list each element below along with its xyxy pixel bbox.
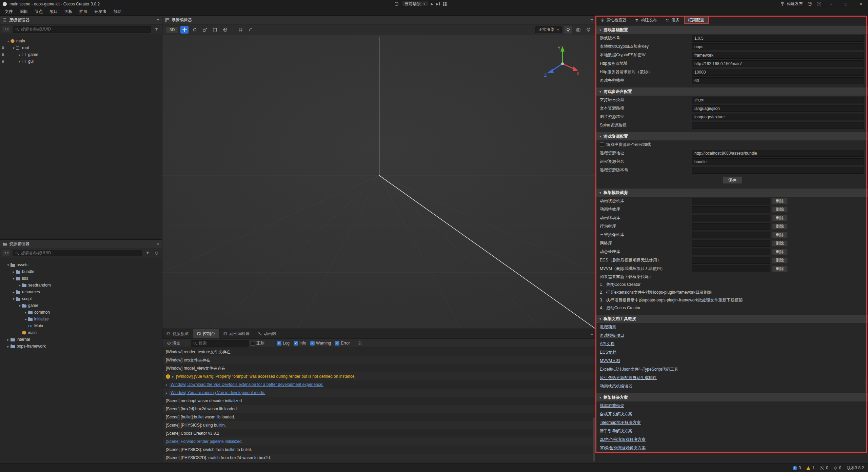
tree-node[interactable]: script — [0, 295, 162, 302]
expand-arrow[interactable] — [12, 270, 16, 274]
expand-arrow[interactable] — [18, 304, 22, 308]
log-row[interactable]: [Scene] [PHYSICS]: using builtin. — [162, 421, 596, 429]
save-button[interactable]: 保存 — [723, 176, 742, 184]
log-expand-arrow[interactable] — [172, 375, 174, 378]
rect-tool-button[interactable] — [211, 26, 219, 34]
module-input[interactable] — [692, 257, 770, 264]
remote-load-checkbox[interactable] — [600, 142, 604, 147]
expand-arrow[interactable] — [12, 297, 16, 301]
delete-button[interactable]: 删除 — [772, 223, 788, 230]
lock-icon[interactable] — [1, 59, 5, 63]
expand-arrow[interactable] — [6, 338, 10, 341]
expand-arrow[interactable] — [18, 60, 22, 63]
clear-console-button[interactable]: 清空 — [165, 340, 182, 346]
expand-arrow[interactable] — [18, 283, 22, 287]
axis-gizmo[interactable]: Y X Z — [541, 41, 582, 82]
tree-node[interactable]: internal — [0, 336, 162, 343]
property-input[interactable]: language/texture — [692, 114, 864, 120]
scene-menu-icon[interactable]: ≡ — [590, 18, 593, 23]
tab-framework-config[interactable]: 框架配置 — [684, 16, 709, 24]
section-header-modules[interactable]: 框架模块裁剪 — [596, 189, 868, 197]
menu-item[interactable]: 扩展 — [76, 8, 91, 15]
filter-checkbox[interactable]: Warning — [310, 341, 331, 346]
console-menu-icon[interactable]: ≡ — [590, 331, 593, 336]
create-node-button[interactable]: +▾ — [2, 26, 11, 32]
module-input[interactable] — [692, 249, 770, 255]
log-row[interactable]: [Scene] Forward render pipeline initiali… — [162, 437, 596, 446]
doc-link[interactable]: 教程项目 — [596, 323, 868, 331]
log-row[interactable]: [Scene] [PHYSICS2D]: switch from box2d-w… — [162, 454, 596, 462]
tab-asset-preview[interactable]: 资源预览 — [162, 329, 193, 338]
tree-node[interactable]: main — [0, 38, 162, 44]
property-input[interactable]: http://192.168.0.150/main/ — [692, 60, 864, 67]
delete-button[interactable]: 删除 — [772, 249, 788, 255]
property-input[interactable]: 10000 — [692, 69, 864, 76]
rotate-snap-button[interactable] — [246, 26, 255, 34]
expand-arrow[interactable] — [6, 345, 10, 348]
expand-arrow[interactable] — [6, 263, 10, 267]
log-expand-arrow[interactable] — [166, 383, 167, 387]
solution-link[interactable]: 战旗游戏框架 — [596, 401, 868, 410]
tree-node[interactable]: bundle — [0, 268, 162, 275]
property-input[interactable]: framework — [692, 52, 864, 59]
maximize-button[interactable]: □ — [841, 0, 851, 8]
tree-node[interactable]: initialize — [0, 316, 162, 322]
module-input[interactable] — [692, 215, 770, 221]
delete-button[interactable]: 删除 — [772, 232, 788, 238]
tree-node[interactable]: gui — [0, 58, 162, 65]
log-row[interactable]: [Scene] [box2d]:box2d wasm lib loaded. — [162, 405, 596, 413]
menu-item[interactable]: 面板 — [61, 8, 76, 15]
module-input[interactable] — [692, 223, 770, 230]
hierarchy-menu-icon[interactable]: ≡ — [156, 18, 159, 23]
doc-link[interactable]: 原生包热更新配置自动生成插件 — [596, 374, 868, 382]
property-input[interactable]: language/json — [692, 105, 864, 112]
filter-checkbox[interactable]: Error — [335, 341, 350, 346]
build-tasks-icon[interactable] — [442, 2, 447, 6]
doc-link[interactable]: 动画状态机编辑器 — [596, 382, 868, 391]
console-search-input[interactable] — [199, 341, 246, 346]
tree-node[interactable]: libs — [0, 275, 162, 282]
doc-link[interactable]: Excel格式转Json文件与TypeScript代码工具 — [596, 365, 868, 374]
gizmo-space-button[interactable] — [221, 26, 229, 34]
expand-arrow[interactable] — [18, 53, 22, 57]
delete-button[interactable]: 删除 — [772, 257, 788, 263]
delete-button[interactable]: 删除 — [772, 240, 788, 247]
export-log-button[interactable] — [356, 341, 364, 345]
hierarchy-search-input[interactable] — [21, 27, 149, 32]
close-button[interactable]: × — [856, 0, 866, 8]
help-icon[interactable]: ? — [817, 2, 821, 6]
doc-link[interactable]: MVVM文档 — [596, 357, 868, 365]
filter-icon[interactable] — [144, 250, 151, 256]
solution-link[interactable]: 2D角色扮演游戏解决方案 — [596, 435, 868, 444]
module-input[interactable] — [692, 206, 770, 213]
tab-inspector[interactable]: 属性检查器 — [596, 16, 631, 24]
filter-checkbox[interactable]: Log — [277, 341, 290, 346]
warning-count-badge[interactable]: 1 — [806, 466, 814, 470]
solution-link[interactable]: 全栈开发解决方案 — [596, 410, 868, 418]
console-scrollbar[interactable] — [593, 417, 595, 461]
expand-arrow[interactable] — [24, 317, 28, 321]
tree-node[interactable]: seedrandom — [0, 282, 162, 289]
doc-link[interactable]: ECS文档 — [596, 348, 868, 357]
property-input[interactable]: bundle — [692, 158, 864, 165]
section-header-solutions[interactable]: 框架解决方案 — [596, 393, 868, 401]
tab-animation-editor[interactable]: 动画编辑器 — [219, 329, 254, 338]
module-input[interactable] — [692, 198, 770, 204]
current-scene-select[interactable]: 当前场景 ▾ — [401, 1, 428, 7]
tree-node[interactable]: oops-framework — [0, 343, 162, 350]
inspector-scrollbar[interactable] — [866, 377, 867, 392]
minimize-button[interactable]: – — [826, 0, 836, 8]
log-row[interactable]: [Scene] [bullet]:bullet wasm lib loaded. — [162, 413, 596, 421]
scene-camera-button[interactable] — [574, 26, 582, 34]
rotate-tool-button[interactable] — [191, 26, 199, 34]
scene-settings-button[interactable] — [584, 26, 592, 34]
property-input[interactable]: 60 — [692, 77, 864, 84]
menu-item[interactable]: 编辑 — [16, 8, 31, 15]
move-tool-button[interactable] — [180, 26, 189, 34]
solution-link[interactable]: Tiledmap地图解决方案 — [596, 418, 868, 427]
filter-icon[interactable] — [153, 26, 160, 33]
assets-menu-icon[interactable]: ≡ — [156, 241, 159, 247]
section-header-language[interactable]: 游戏多语言配置 — [596, 87, 868, 96]
step-button[interactable]: ▶ — [436, 2, 440, 6]
package-icon[interactable] — [808, 2, 812, 6]
